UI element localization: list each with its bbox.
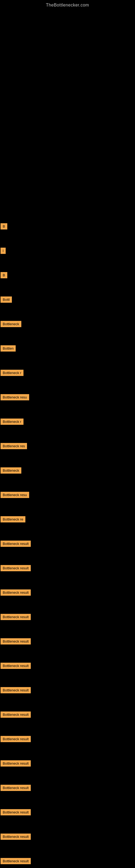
bottleneck-result-label: Bottleneck result: [1, 687, 31, 693]
bottleneck-result-label: Bottleneck result: [1, 712, 31, 718]
bottleneck-result-label: Bottleneck resu: [1, 492, 29, 498]
bottleneck-result-label: Bottleneck result: [1, 760, 31, 767]
bottleneck-row: Bottleneck r: [1, 368, 24, 378]
bottleneck-row: Bottleneck resu: [1, 392, 29, 402]
bottleneck-result-label: Bottleneck: [1, 467, 21, 474]
bottleneck-result-label: Bottleneck r: [1, 370, 24, 376]
bottleneck-result-label: Bottleneck result: [1, 565, 31, 571]
bottleneck-result-label: l: [1, 248, 6, 254]
bottleneck-row: Bottleneck resu: [1, 490, 29, 500]
bottleneck-result-label: Bottleneck r: [1, 418, 24, 425]
bottleneck-result-label: Bottleneck result: [1, 589, 31, 596]
bottleneck-row: Bottleneck result: [1, 807, 31, 817]
bottleneck-result-label: Bottleneck: [1, 321, 21, 327]
bottleneck-row: Bottleneck result: [1, 563, 31, 573]
bottleneck-result-label: Bottleneck res: [1, 443, 27, 449]
bottleneck-result-label: B: [1, 272, 7, 278]
bottleneck-result-label: Bottleneck result: [1, 785, 31, 791]
bottleneck-row: Bottleneck re: [1, 514, 26, 524]
bottleneck-row: Bottleneck result: [1, 661, 31, 671]
bottleneck-row: Bottleneck r: [1, 416, 24, 426]
bottleneck-result-label: Bottleneck result: [1, 858, 31, 864]
bottleneck-row: Bottlen: [1, 343, 16, 353]
bottleneck-row: Bottleneck result: [1, 783, 31, 793]
bottleneck-row: Bottleneck: [1, 319, 21, 329]
bottleneck-row: Bottleneck result: [1, 734, 31, 744]
bottleneck-result-label: Bottleneck result: [1, 663, 31, 669]
bottleneck-row: Bottleneck: [1, 465, 21, 475]
bottleneck-row: Bottleneck result: [1, 856, 31, 866]
bottleneck-row: Bottleneck result: [1, 588, 31, 597]
bottleneck-result-label: Bottlen: [1, 345, 16, 351]
bottleneck-row: l: [1, 246, 6, 255]
bottleneck-result-label: Bottleneck result: [1, 540, 31, 547]
bottleneck-result-label: Bottleneck re: [1, 516, 26, 522]
bottleneck-result-label: Bottleneck resu: [1, 394, 29, 400]
bottleneck-row: Bottleneck result: [1, 832, 31, 841]
bottleneck-result-label: Bottleneck result: [1, 638, 31, 645]
bottleneck-row: Bottl: [1, 294, 12, 304]
site-title: TheBottlenecker.com: [0, 0, 135, 10]
bottleneck-result-label: Bottleneck result: [1, 614, 31, 620]
bottleneck-row: Bottleneck result: [1, 710, 31, 719]
bottleneck-row: Bottleneck res: [1, 441, 27, 451]
bottleneck-result-label: Bottleneck result: [1, 736, 31, 742]
bottleneck-result-label: B: [1, 223, 7, 229]
bottleneck-row: Bottleneck result: [1, 612, 31, 622]
bottleneck-result-label: Bottleneck result: [1, 809, 31, 815]
bottleneck-row: B: [1, 221, 7, 231]
bottleneck-row: Bottleneck result: [1, 539, 31, 549]
bottleneck-row: B: [1, 270, 7, 280]
bottleneck-row: Bottleneck result: [1, 637, 31, 646]
bottleneck-result-label: Bottleneck result: [1, 834, 31, 840]
bottleneck-row: Bottleneck result: [1, 758, 31, 768]
bottleneck-row: Bottleneck result: [1, 685, 31, 695]
bottleneck-result-label: Bottl: [1, 297, 12, 303]
